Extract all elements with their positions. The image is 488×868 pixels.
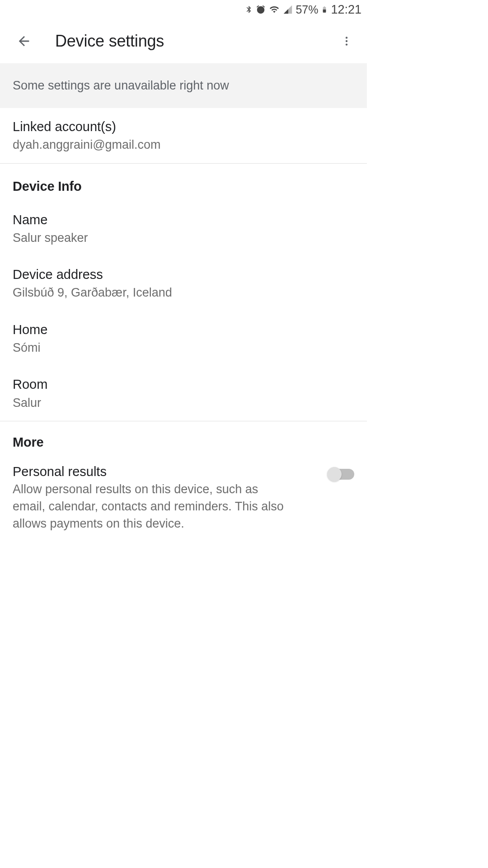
more-section: More Personal results Allow personal res…: [0, 421, 367, 542]
battery-percentage: 57%: [296, 3, 318, 16]
home-item[interactable]: Home Sómi: [0, 311, 367, 366]
overflow-menu-button[interactable]: [337, 32, 356, 51]
arrow-back-icon: [16, 33, 32, 49]
personal-results-item[interactable]: Personal results Allow personal results …: [0, 454, 367, 542]
device-name-value: Salur speaker: [13, 230, 354, 246]
banner-text: Some settings are unavailable right now: [13, 79, 229, 92]
personal-results-label: Personal results: [13, 464, 324, 479]
toggle-thumb: [327, 467, 342, 481]
more-header: More: [0, 421, 367, 454]
svg-point-0: [346, 37, 347, 38]
status-time: 12:21: [331, 3, 361, 17]
device-name-label: Name: [13, 211, 354, 229]
device-info-section: Device Info Name Salur speaker Device ad…: [0, 164, 367, 421]
home-value: Sómi: [13, 340, 354, 356]
status-indicators: [245, 4, 293, 15]
bluetooth-icon: [245, 4, 253, 15]
wifi-icon: [268, 5, 280, 14]
linked-accounts-value: dyah.anggraini@gmail.com: [13, 137, 354, 153]
battery-icon: [321, 4, 328, 15]
room-label: Room: [13, 376, 354, 393]
linked-accounts-item[interactable]: Linked account(s) dyah.anggraini@gmail.c…: [0, 108, 367, 163]
status-bar: 57% 12:21: [0, 0, 367, 19]
home-label: Home: [13, 321, 354, 339]
svg-point-1: [346, 40, 347, 42]
unavailable-banner: Some settings are unavailable right now: [0, 63, 367, 108]
device-name-item[interactable]: Name Salur speaker: [0, 201, 367, 256]
personal-results-toggle[interactable]: [328, 469, 354, 480]
more-vert-icon: [341, 35, 352, 47]
linked-accounts-label: Linked account(s): [13, 118, 354, 136]
back-button[interactable]: [14, 32, 33, 51]
device-address-value: Gilsbúð 9, Garðabær, Iceland: [13, 284, 354, 301]
alarm-icon: [256, 5, 266, 14]
app-bar: Device settings: [0, 19, 367, 63]
linked-accounts-section: Linked account(s) dyah.anggraini@gmail.c…: [0, 108, 367, 164]
device-address-label: Device address: [13, 266, 354, 283]
personal-results-description: Allow personal results on this device, s…: [13, 481, 293, 532]
device-info-header: Device Info: [0, 164, 367, 201]
device-address-item[interactable]: Device address Gilsbúð 9, Garðabær, Icel…: [0, 256, 367, 311]
page-title: Device settings: [55, 32, 337, 51]
room-value: Salur: [13, 395, 354, 411]
room-item[interactable]: Room Salur: [0, 366, 367, 421]
svg-point-2: [346, 43, 347, 45]
signal-icon: [283, 5, 293, 14]
